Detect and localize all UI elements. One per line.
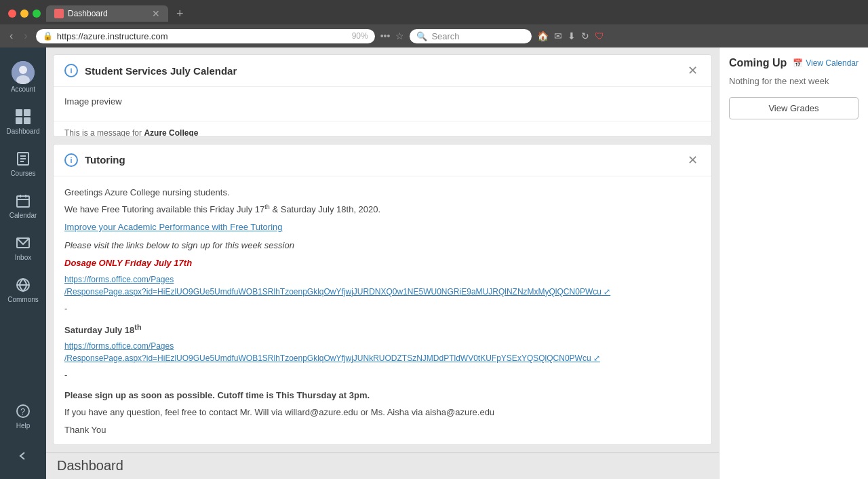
address-bar[interactable]: 🔒 https://azure.instructure.com 90% (36, 29, 375, 43)
maximize-dot[interactable] (33, 9, 41, 18)
saturday-url1[interactable]: https://forms.office.com/Pages (64, 341, 701, 351)
cutoff-notice: Please sign up as soon as possible. Cuto… (64, 389, 701, 402)
student-services-title: Student Services July Calendar (85, 65, 685, 77)
browser-tab[interactable]: Dashboard ✕ (46, 5, 168, 22)
student-services-card: i Student Services July Calendar ✕ Image… (53, 54, 712, 137)
commons-icon (14, 275, 33, 294)
sidebar-collapse-button[interactable] (0, 440, 46, 472)
view-grades-button[interactable]: View Grades (729, 97, 859, 119)
home-icon[interactable]: 🏠 (537, 31, 549, 41)
svg-rect-3 (16, 109, 22, 116)
new-tab-button[interactable]: + (176, 7, 184, 21)
search-bar[interactable]: 🔍 Search (410, 29, 532, 43)
zoom-level: 90% (352, 31, 368, 41)
shield-icon[interactable]: 🛡 (595, 31, 604, 41)
tutoring-header: i Tutoring ✕ (54, 145, 711, 176)
saturday-url2[interactable]: /ResponsePage.aspx?id=HiEzlUO9GUe5UmdfuW… (64, 353, 701, 363)
more-options-icon[interactable]: ••• (380, 31, 391, 41)
info-icon: i (64, 64, 78, 77)
tutoring-close-button[interactable]: ✕ (685, 153, 701, 168)
friday-url2[interactable]: /ResponsePage.aspx?id=HiEzlUO9GUe5UmdfuW… (64, 287, 701, 296)
sidebar-label-inbox: Inbox (15, 254, 31, 262)
forward-button[interactable]: › (21, 28, 30, 43)
tutoring-card: i Tutoring ✕ Greetings Azure College nur… (53, 144, 712, 445)
saturday-url2-text: /ResponsePage.aspx?id=HiEzlUO9GUe5UmdfuW… (64, 353, 591, 363)
minimize-dot[interactable] (20, 9, 28, 18)
tutoring-body: Greetings Azure College nursing students… (54, 176, 711, 445)
lock-icon: 🔒 (43, 31, 53, 41)
courses-icon (14, 149, 33, 168)
right-panel: Coming Up 📅 View Calendar Nothing for th… (719, 47, 868, 479)
student-services-body-text: Image preview (64, 95, 701, 109)
close-dot[interactable] (8, 9, 16, 18)
saturday-superscript: th (134, 323, 141, 331)
window-controls (8, 9, 41, 18)
sidebar-item-courses[interactable]: Courses (0, 142, 46, 185)
free-tutoring-cont: & Saturday July 18th, 2020. (270, 205, 380, 215)
tutoring-title: Tutoring (85, 154, 685, 166)
student-services-close-button[interactable]: ✕ (685, 63, 701, 78)
view-calendar-link[interactable]: 📅 View Calendar (793, 58, 859, 68)
inbox-icon (14, 233, 33, 252)
separator2: - (64, 368, 701, 382)
saturday-heading: Saturday July 18th (64, 322, 701, 337)
nothing-text: Nothing for the next week (729, 76, 859, 86)
back-button[interactable]: ‹ (7, 28, 16, 43)
tab-favicon (54, 9, 64, 18)
external-link-icon: ⤢ (601, 287, 610, 296)
saturday-external-link-icon: ⤢ (591, 353, 600, 363)
tutoring-info-icon: i (64, 153, 78, 167)
svg-rect-5 (16, 117, 22, 124)
sidebar-label-commons: Commons (7, 296, 39, 304)
search-placeholder: Search (431, 31, 459, 41)
svg-text:?: ? (20, 406, 25, 417)
main-content: i Student Services July Calendar ✕ Image… (46, 47, 719, 479)
friday-superscript: th (264, 204, 270, 210)
thank-you-text: Thank You (64, 423, 701, 437)
friday-url1[interactable]: https://forms.office.com/Pages (64, 275, 701, 284)
separator1: - (64, 302, 701, 315)
sidebar-label-calendar: Calendar (9, 212, 37, 220)
search-icon: 🔍 (416, 31, 427, 41)
sidebar: Account Dashboard Courses Calendar Inbox (0, 47, 46, 479)
academic-performance-link[interactable]: Improve your Academic Performance with F… (64, 222, 283, 232)
browser-chrome: Dashboard ✕ + ‹ › 🔒 https://azure.instru… (0, 0, 868, 47)
sidebar-label-account: Account (11, 85, 35, 94)
url-text: https://azure.instructure.com (57, 31, 168, 41)
student-services-college-name: Azure College (144, 128, 198, 137)
student-services-footer-text: This is a message for (64, 128, 142, 137)
dashboard-footer: Dashboard (46, 452, 719, 479)
refresh-icon[interactable]: ↻ (581, 31, 589, 41)
view-calendar-text: View Calendar (806, 58, 859, 68)
sidebar-item-inbox[interactable]: Inbox (0, 227, 46, 269)
sidebar-item-dashboard[interactable]: Dashboard (0, 100, 46, 142)
tab-close-button[interactable]: ✕ (152, 8, 160, 19)
tutoring-free-tutoring: We have Free Tutoring available this Fri… (64, 203, 701, 216)
svg-rect-6 (24, 117, 31, 124)
svg-rect-11 (17, 196, 29, 207)
friday-url2-text: /ResponsePage.aspx?id=HiEzlUO9GUe5UmdfuW… (64, 287, 601, 296)
sidebar-item-commons[interactable]: Commons (0, 269, 46, 311)
avatar (12, 61, 35, 84)
collapse-icon (14, 446, 33, 465)
mail-icon[interactable]: ✉ (554, 31, 562, 41)
sidebar-item-calendar[interactable]: Calendar (0, 185, 46, 227)
browser-toolbar: ‹ › 🔒 https://azure.instructure.com 90% … (0, 24, 868, 47)
calendar-icon (14, 191, 33, 210)
saturday-heading-text: Saturday July 18 (64, 326, 134, 336)
sidebar-item-help[interactable]: ? Help (0, 395, 46, 437)
student-services-header: i Student Services July Calendar ✕ (54, 55, 711, 87)
app-container: Account Dashboard Courses Calendar Inbox (0, 47, 868, 479)
svg-rect-4 (24, 109, 31, 116)
coming-up-title: Coming Up (729, 57, 787, 69)
tutoring-greeting: Greetings Azure College nursing students… (64, 186, 701, 199)
bookmark-icon[interactable]: ☆ (395, 31, 404, 41)
sidebar-item-account[interactable]: Account (0, 54, 46, 100)
download-icon[interactable]: ⬇ (568, 31, 576, 41)
dashboard-icon (14, 107, 33, 126)
sidebar-label-help: Help (16, 422, 31, 430)
student-services-body: Image preview (54, 87, 711, 121)
sidebar-label-dashboard: Dashboard (7, 128, 40, 136)
student-services-footer: This is a message for Azure College (54, 121, 711, 137)
help-icon: ? (14, 402, 33, 421)
